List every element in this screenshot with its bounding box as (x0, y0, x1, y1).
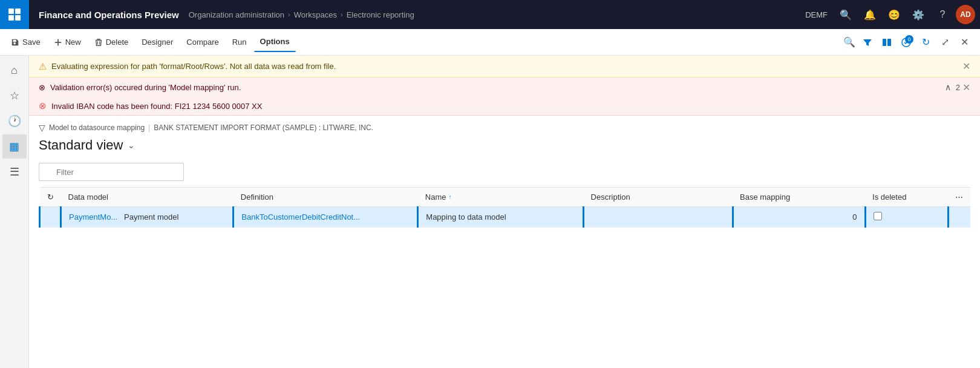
filter-input[interactable] (39, 163, 184, 181)
refresh-icon[interactable]: ↻ (917, 34, 934, 51)
page-title-chevron[interactable]: ⌄ (128, 140, 135, 150)
error-count: 2 (956, 83, 960, 92)
error-icon-1: ⊗ (39, 83, 45, 92)
sidebar-item-home[interactable]: ⌂ (2, 58, 27, 82)
error-text-2: Invalid IBAN code has been found: FI21 1… (51, 102, 262, 111)
sidebar-item-modules[interactable]: ▦ (2, 134, 27, 159)
error-banner-header: ⊗ Validation error(s) occured during 'Mo… (29, 77, 980, 97)
app-logo[interactable] (0, 0, 29, 29)
help-icon[interactable]: ? (932, 4, 953, 25)
main-layout: ⌂ ☆ 🕐 ▦ ☰ ⚠ Evaluating expression for pa… (0, 56, 980, 368)
col-datamodel-header[interactable]: Data model (61, 188, 234, 207)
svg-rect-3 (15, 15, 21, 21)
filter-icon[interactable] (859, 34, 876, 51)
app-title: Finance and Operations Preview (29, 10, 189, 20)
more-options-icon[interactable]: ⋯ (955, 192, 963, 202)
warning-banner: ⚠ Evaluating expression for path 'format… (29, 56, 980, 77)
nav-org-admin[interactable]: Organization administration (189, 10, 284, 19)
breadcrumb-right: BANK STATEMENT IMPORT FORMAT (SAMPLE) : … (154, 123, 373, 132)
data-table: ↻ Data model Definition Name ↑ (39, 187, 970, 228)
error-nav: ∧ 2 ✕ (942, 81, 970, 93)
is-deleted-checkbox[interactable] (874, 212, 882, 220)
sidebar-item-workspaces[interactable]: ☰ (2, 160, 27, 184)
svg-rect-4 (883, 39, 886, 46)
nav-sep-1: › (288, 11, 290, 18)
row-more-cell (948, 207, 970, 228)
sort-icon: ↑ (448, 194, 451, 200)
env-label: DEMF (800, 10, 832, 19)
designer-button[interactable]: Designer (136, 33, 179, 52)
breadcrumb-sep: | (148, 123, 150, 132)
settings-icon[interactable]: ⚙️ (907, 4, 929, 25)
close-icon[interactable]: ✕ (956, 34, 973, 51)
table-row[interactable]: PaymentMo... Payment model BankToCustome… (40, 207, 971, 228)
row-base-count: 0 (852, 212, 857, 222)
panel-icon[interactable] (878, 34, 895, 51)
page-title-row: Standard view ⌄ (39, 137, 970, 153)
avatar[interactable]: AD (956, 5, 975, 24)
run-button[interactable]: Run (226, 33, 253, 52)
col-definition-header[interactable]: Definition (234, 188, 418, 207)
new-button[interactable]: New (48, 33, 87, 52)
options-button[interactable]: Options (254, 33, 296, 52)
col-description-header[interactable]: Description (584, 188, 733, 207)
col-name-header[interactable]: Name ↑ (418, 188, 584, 207)
row-name-cell: Mapping to data model (418, 207, 584, 228)
definition-text[interactable]: BankToCustomerDebitCreditNot... (241, 212, 360, 222)
badge-count: 0 (905, 35, 913, 44)
breadcrumb-left: Model to datasource mapping (49, 123, 145, 132)
search-icon[interactable]: 🔍 (835, 4, 857, 25)
toolbar-search: 🔍 (841, 34, 858, 51)
save-button[interactable]: Save (5, 33, 47, 52)
toolbar: Save New Delete Designer Compare Run Opt… (0, 29, 980, 56)
nav-sep-2: › (341, 11, 343, 18)
row-definition-cell: BankToCustomerDebitCreditNot... (234, 207, 418, 228)
delete-button[interactable]: Delete (88, 33, 135, 52)
filter-funnel-icon: ▽ (39, 123, 45, 133)
svg-rect-2 (8, 15, 14, 21)
svg-rect-1 (15, 8, 21, 14)
row-isdeleted-cell (865, 207, 948, 228)
warning-close-btn[interactable]: ✕ (962, 61, 970, 72)
svg-rect-5 (887, 39, 891, 46)
col-isdeleted-header[interactable]: Is deleted (865, 188, 948, 207)
warning-text: Evaluating expression for path 'format/R… (51, 62, 336, 71)
row-datamodel-cell: PaymentMo... Payment model (61, 207, 234, 228)
error-close-btn[interactable]: ✕ (962, 82, 970, 93)
nav-workspaces[interactable]: Workspaces (294, 10, 337, 19)
filter-wrapper: 🔍 (39, 163, 184, 181)
sidebar-item-favorites[interactable]: ☆ (2, 84, 27, 108)
error-icon-2: ⊗ (39, 100, 47, 111)
top-nav: Finance and Operations Preview Organizat… (0, 0, 980, 29)
toolbar-right-icons: 0 ↻ ⤢ ✕ (859, 34, 975, 51)
refresh-header-icon: ↻ (47, 192, 54, 202)
badge-icon[interactable]: 0 (898, 34, 915, 51)
page-title: Standard view (39, 137, 123, 153)
error-nav-up[interactable]: ∧ (942, 81, 953, 93)
nav-er[interactable]: Electronic reporting (347, 10, 414, 19)
error-text-1: Validation error(s) occured during 'Mode… (50, 83, 241, 92)
compare-button[interactable]: Compare (180, 33, 224, 52)
data-model-short[interactable]: PaymentMo... (69, 212, 117, 222)
row-basemapping-cell: 0 (733, 207, 865, 228)
table-header-row: ↻ Data model Definition Name ↑ (40, 188, 971, 207)
toolbar-search-icon[interactable]: 🔍 (841, 34, 858, 51)
nav-breadcrumb: Organization administration › Workspaces… (189, 10, 800, 19)
col-more-header[interactable]: ⋯ (948, 188, 970, 207)
notifications-icon[interactable]: 🔔 (859, 4, 881, 25)
row-select-cell (40, 207, 61, 228)
sidebar-item-recent[interactable]: 🕐 (2, 109, 27, 133)
svg-rect-0 (8, 8, 14, 14)
sidebar: ⌂ ☆ 🕐 ▦ ☰ (0, 56, 29, 368)
warning-icon: ⚠ (39, 61, 47, 72)
emoji-icon[interactable]: 😊 (883, 4, 905, 25)
col-basemapping-header[interactable]: Base mapping (733, 188, 865, 207)
row-description-cell (584, 207, 733, 228)
expand-icon[interactable]: ⤢ (936, 34, 953, 51)
breadcrumb-row: ▽ Model to datasource mapping | BANK STA… (39, 123, 970, 133)
col-refresh-header[interactable]: ↻ (40, 188, 61, 207)
row-name-text: Mapping to data model (426, 212, 506, 222)
error-banner-container: ⊗ Validation error(s) occured during 'Mo… (29, 77, 980, 116)
error-banner-2: ⊗ Invalid IBAN code has been found: FI21… (29, 97, 980, 115)
data-model-full: Payment model (124, 212, 178, 222)
